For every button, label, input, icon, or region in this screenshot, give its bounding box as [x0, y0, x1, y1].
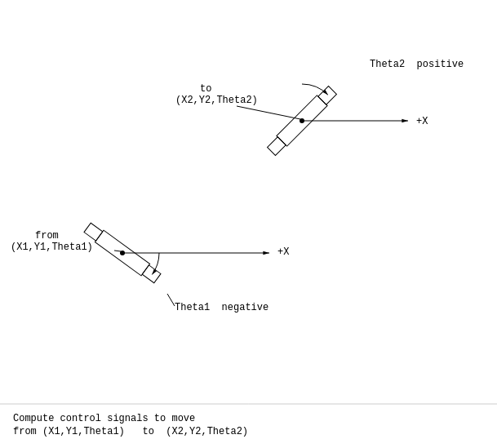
- axis1-label: +X: [277, 246, 289, 258]
- caption-line1: Compute control signals to move: [13, 413, 195, 424]
- coord1-label: (X1,Y1,Theta1): [11, 242, 93, 253]
- from-label: from: [35, 230, 59, 242]
- coord2-label: (X2,Y2,Theta2): [175, 95, 258, 106]
- theta1-label: Theta1 negative: [175, 302, 268, 313]
- axis2-label: +X: [416, 116, 428, 127]
- theta2-label: Theta2 positive: [370, 59, 464, 70]
- to-label: to: [200, 83, 211, 95]
- caption-line2: from (X1,Y1,Theta1) to (X2,Y2,Theta2): [13, 426, 248, 437]
